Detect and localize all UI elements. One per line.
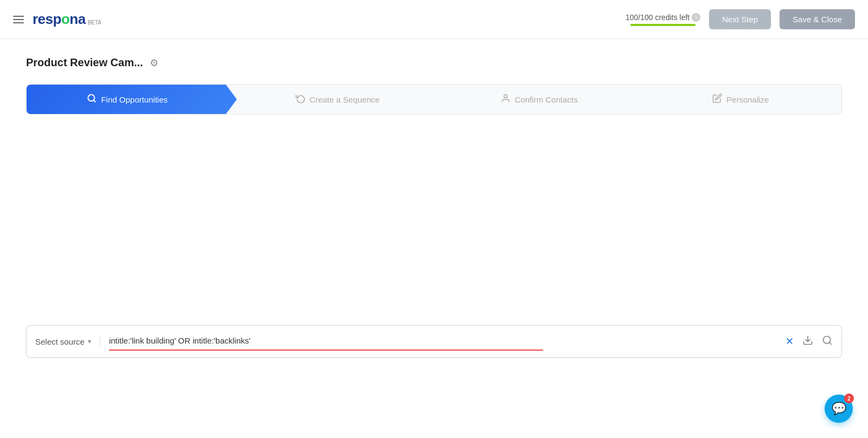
chat-badge: 2	[844, 393, 854, 403]
header-left: respona BETA	[13, 11, 101, 28]
header: respona BETA 100/100 credits left i Next…	[0, 0, 868, 39]
search-input-wrapper	[109, 336, 777, 347]
logo-text: respona	[33, 11, 86, 28]
logo: respona BETA	[33, 11, 101, 28]
stepper: Find Opportunities Create a Sequence Con…	[26, 84, 842, 115]
search-submit-icon[interactable]	[822, 335, 833, 348]
svg-line-1	[94, 100, 95, 101]
select-source-label: Select source	[35, 337, 85, 346]
search-actions: ✕	[777, 335, 833, 348]
main-content: Product Review Cam... ⚙ Find Opportuniti…	[0, 39, 868, 375]
personalize-icon	[712, 93, 722, 105]
search-bar: Select source ▾ ✕	[26, 325, 842, 358]
step-find-opportunities[interactable]: Find Opportunities	[27, 85, 237, 114]
search-icon	[87, 93, 97, 105]
gear-icon[interactable]: ⚙	[150, 57, 158, 69]
credits-info-icon[interactable]: i	[692, 13, 700, 22]
content-area	[26, 141, 842, 325]
step-confirm-contacts[interactable]: Confirm Contacts	[438, 85, 640, 114]
credits-value: 100/100 credits left	[626, 13, 690, 22]
step1-label: Find Opportunities	[101, 95, 168, 104]
credits-bar-fill	[630, 24, 695, 26]
sequence-icon	[296, 93, 305, 105]
page-title: Product Review Cam...	[26, 56, 143, 69]
svg-point-2	[504, 94, 507, 98]
chevron-down-icon: ▾	[88, 338, 91, 345]
svg-line-5	[829, 342, 832, 344]
clear-icon[interactable]: ✕	[786, 335, 794, 347]
credits-text: 100/100 credits left i	[626, 13, 700, 22]
page-title-row: Product Review Cam... ⚙	[26, 56, 842, 69]
contacts-icon	[501, 93, 510, 105]
credits-bar	[630, 24, 695, 26]
search-error-underline	[109, 350, 543, 351]
logo-beta: BETA	[88, 20, 101, 26]
next-step-button[interactable]: Next Step	[709, 9, 771, 29]
hamburger-menu[interactable]	[13, 16, 24, 23]
select-source-dropdown[interactable]: Select source ▾	[35, 337, 100, 346]
step-create-sequence[interactable]: Create a Sequence	[237, 85, 439, 114]
step3-label: Confirm Contacts	[515, 95, 578, 104]
chat-bubble[interactable]: 💬 2	[825, 395, 853, 423]
header-right: 100/100 credits left i Next Step Save & …	[626, 9, 855, 29]
step2-label: Create a Sequence	[310, 95, 380, 104]
save-close-button[interactable]: Save & Close	[780, 9, 855, 29]
download-icon[interactable]	[802, 335, 813, 348]
step4-label: Personalize	[726, 95, 769, 104]
credits-section: 100/100 credits left i	[626, 13, 700, 26]
chat-icon: 💬	[832, 402, 846, 416]
search-input[interactable]	[109, 336, 777, 347]
step-personalize[interactable]: Personalize	[640, 85, 842, 114]
